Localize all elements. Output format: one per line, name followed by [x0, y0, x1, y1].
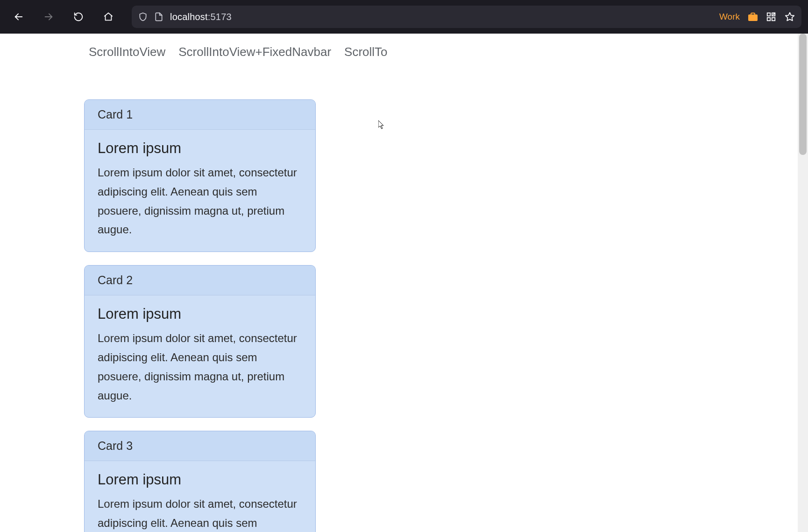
url-text: localhost:5173: [170, 12, 232, 22]
card-text: Lorem ipsum dolor sit amet, consectetur …: [98, 329, 302, 405]
forward-button[interactable]: [38, 7, 59, 27]
tab-bar: ScrollIntoView ScrollIntoView+FixedNavba…: [0, 34, 808, 59]
apps-icon[interactable]: [766, 12, 776, 22]
card-title: Lorem ipsum: [98, 140, 302, 157]
page-icon: [154, 12, 163, 21]
scrollbar-track[interactable]: [798, 34, 808, 532]
card-header: Card 1: [85, 100, 315, 130]
card-text: Lorem ipsum dolor sit amet, consectetur …: [98, 163, 302, 239]
card-title: Lorem ipsum: [98, 306, 302, 322]
card: Card 1 Lorem ipsum Lorem ipsum dolor sit…: [84, 99, 316, 252]
card-header: Card 2: [85, 266, 315, 295]
svg-marker-8: [786, 13, 794, 21]
briefcase-icon: [748, 13, 758, 21]
home-icon: [103, 12, 113, 22]
reload-icon: [73, 12, 84, 22]
container-label: Work: [719, 12, 740, 22]
card-title: Lorem ipsum: [98, 471, 302, 488]
shield-icon: [138, 12, 148, 21]
star-icon[interactable]: [785, 12, 795, 22]
card-header: Card 3: [85, 431, 315, 461]
scrollbar-thumb[interactable]: [799, 34, 807, 155]
browser-toolbar: localhost:5173 Work: [0, 0, 808, 34]
card: Card 3 Lorem ipsum Lorem ipsum dolor sit…: [84, 431, 316, 532]
svg-rect-4: [767, 18, 770, 21]
page-viewport: ScrollIntoView ScrollIntoView+FixedNavba…: [0, 34, 808, 532]
svg-rect-2: [767, 13, 770, 16]
address-bar[interactable]: localhost:5173 Work: [132, 6, 801, 28]
arrow-left-icon: [14, 12, 24, 22]
card-text: Lorem ipsum dolor sit amet, consectetur …: [98, 495, 302, 532]
card-body: Lorem ipsum Lorem ipsum dolor sit amet, …: [85, 461, 315, 532]
url-host: localhost: [170, 12, 208, 22]
card-body: Lorem ipsum Lorem ipsum dolor sit amet, …: [85, 295, 315, 417]
url-port: :5173: [208, 12, 232, 22]
svg-rect-5: [772, 18, 775, 21]
card: Card 2 Lorem ipsum Lorem ipsum dolor sit…: [84, 265, 316, 418]
home-button[interactable]: [98, 7, 119, 27]
arrow-right-icon: [43, 12, 54, 22]
back-button[interactable]: [8, 7, 29, 27]
card-list: Card 1 Lorem ipsum Lorem ipsum dolor sit…: [0, 59, 318, 532]
tab-scrollintoview-fixednavbar[interactable]: ScrollIntoView+FixedNavbar: [178, 45, 331, 59]
card-body: Lorem ipsum Lorem ipsum dolor sit amet, …: [85, 130, 315, 252]
tab-scrollintoview[interactable]: ScrollIntoView: [89, 45, 165, 59]
tab-scrollto[interactable]: ScrollTo: [344, 45, 387, 59]
reload-button[interactable]: [68, 7, 89, 27]
